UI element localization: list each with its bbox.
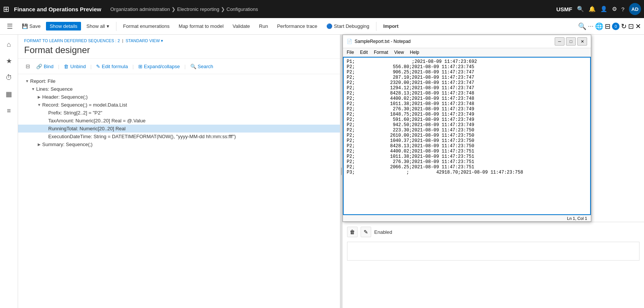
start-debugging-button[interactable]: 🔵 Start Debugging	[323, 22, 373, 30]
sidebar-clock[interactable]: ⏱	[2, 71, 16, 84]
person-icon[interactable]: 👤	[600, 6, 607, 12]
delete-icon-button[interactable]: 🗑	[347, 227, 358, 237]
expand-header-icon[interactable]: ▶	[36, 95, 42, 99]
tree-node-header[interactable]: ▶ Header: Sequence(;)	[18, 93, 340, 101]
notepad-file-icon: 📄	[347, 39, 352, 44]
view-chevron-icon: ▾	[161, 38, 163, 43]
expand-report-icon[interactable]: ▼	[24, 79, 30, 83]
save-icon: 💾	[22, 23, 28, 29]
enabled-section: 🗑 ✎ Enabled	[347, 227, 639, 237]
chevron-down-icon: ▾	[107, 23, 109, 29]
notepad-minimize[interactable]: ─	[555, 37, 564, 46]
tree-node-summary[interactable]: ▶ Summary: Sequence(;)	[18, 140, 340, 148]
more-icon[interactable]: ···	[588, 22, 594, 30]
grid-icon[interactable]: ⊞	[3, 5, 9, 14]
bell-icon[interactable]: 🔔	[589, 6, 596, 12]
search-toolbar-icon[interactable]: 🔍	[578, 22, 586, 30]
expand-summary-icon[interactable]: ▶	[36, 142, 42, 146]
top-bar: ⊞ Finance and Operations Preview Organiz…	[0, 0, 644, 18]
tree-node-report[interactable]: ▼ Report: File	[18, 77, 340, 85]
sidebar-home[interactable]: ⌂	[2, 38, 16, 51]
gear-icon[interactable]: ⚙	[612, 6, 617, 12]
sidebar-calendar[interactable]: ▦	[2, 87, 16, 101]
main-toolbar: ☰ 💾 Save Show details Show all ▾ Format …	[0, 18, 644, 35]
expand-record-icon[interactable]: ▼	[36, 103, 42, 107]
breadcrumb-org[interactable]: Organization administration	[110, 6, 170, 12]
show-all-button[interactable]: Show all ▾	[83, 22, 113, 30]
toolbar-divider-1	[116, 22, 116, 31]
notepad-content[interactable]: P1; ;2021-08-09 11:47:23:692 P2; 556.80;…	[343, 57, 591, 215]
breadcrumb-sep-2: ❯	[221, 6, 225, 12]
tree-node-lines[interactable]: ▼ Lines: Sequence	[18, 85, 340, 93]
sidebar-star[interactable]: ★	[2, 54, 16, 68]
notepad-menu-file[interactable]: File	[347, 50, 354, 55]
filter-icon[interactable]: ⊟	[24, 62, 32, 71]
breadcrumb: Organization administration ❯ Electronic…	[110, 6, 553, 12]
popout-icon[interactable]: ⊡	[628, 22, 634, 30]
notepad-titlebar: 📄 SampleReport.txt - Notepad ─ □ ✕	[343, 35, 591, 48]
refresh-icon[interactable]: ↻	[621, 22, 627, 30]
save-button[interactable]: 💾 Save	[18, 22, 44, 30]
notepad-menu-format[interactable]: Format	[374, 50, 388, 55]
tree-node-prefix[interactable]: Prefix: String[2..2] = "P2"	[18, 109, 340, 117]
top-bar-right: USMF 🔍 🔔 👤 ⚙ ? AD	[556, 3, 641, 15]
import-button[interactable]: Import	[379, 22, 402, 30]
edit-icon-button[interactable]: ✎	[361, 227, 371, 237]
notepad-maximize[interactable]: □	[566, 37, 576, 46]
formula-input[interactable]	[347, 242, 639, 261]
tree-node-lines-label: Lines: Sequence	[36, 86, 73, 92]
format-header: FORMAT TO LEARN DEFERRED SEQUENCES : 2 |…	[18, 35, 340, 59]
avatar[interactable]: AD	[629, 3, 641, 15]
tree-node-taxamount[interactable]: TaxAmount: Numeric[20..20] Real = @.Valu…	[18, 117, 340, 125]
tree-node-record[interactable]: ▼ Record: Sequence(;) = model.Data.List	[18, 101, 340, 109]
notepad-title-text: SampleReport.txt - Notepad	[355, 39, 411, 44]
performance-trace-button[interactable]: Performance trace	[273, 22, 321, 30]
left-sidebar: ⌂ ★ ⏱ ▦ ≡	[0, 35, 18, 308]
help-icon[interactable]: ?	[621, 6, 624, 12]
usmf-label: USMF	[556, 6, 572, 12]
tree-node-executiondatetime[interactable]: ExecutionDateTime: String = DATETIMEFORM…	[18, 133, 340, 140]
format-designer-toolbar: ⊟ 🔗 Bind | 🗑 Unbind | ✎ Edit formula | ⊞…	[18, 59, 340, 74]
breadcrumb-reporting[interactable]: Electronic reporting	[177, 6, 219, 12]
globe-icon[interactable]: 🌐	[595, 22, 603, 30]
tree-node-prefix-label: Prefix: String[2..2] = "P2"	[48, 110, 102, 116]
bottom-properties-panel: 🗑 ✎ Enabled	[343, 222, 644, 308]
bind-button[interactable]: 🔗 Bind	[36, 64, 54, 69]
notepad-menu: File Edit Format View Help	[343, 48, 591, 57]
tree-node-runningtotal[interactable]: RunningTotal: Numeric[20..20] Real	[18, 125, 340, 133]
expand-lines-icon[interactable]: ▼	[30, 87, 36, 91]
app-title: Finance and Operations Preview	[14, 6, 101, 12]
expand-taxamount-icon	[42, 119, 48, 123]
notepad-menu-view[interactable]: View	[394, 50, 404, 55]
search-button[interactable]: 🔍 Search	[190, 64, 213, 69]
expand-prefix-icon	[42, 111, 48, 115]
notepad-controls: ─ □ ✕	[555, 37, 587, 46]
notepad-window: 📄 SampleReport.txt - Notepad ─ □ ✕ File …	[343, 35, 591, 222]
search-icon-tree: 🔍	[190, 64, 196, 69]
close-icon[interactable]: ✕	[635, 22, 641, 30]
notepad-close[interactable]: ✕	[577, 37, 587, 46]
hamburger-icon[interactable]: ☰	[3, 20, 17, 33]
tree-node-header-label: Header: Sequence(;)	[42, 94, 88, 100]
run-button[interactable]: Run	[255, 22, 272, 30]
validate-button[interactable]: Validate	[229, 22, 254, 30]
unbind-button[interactable]: 🗑 Unbind	[64, 64, 86, 69]
map-format-button[interactable]: Map format to model	[175, 22, 227, 30]
format-enumerations-button[interactable]: Format enumerations	[119, 22, 174, 30]
bind-icon: 🔗	[36, 64, 42, 69]
notepad-menu-edit[interactable]: Edit	[360, 50, 368, 55]
breadcrumb-configurations[interactable]: Configurations	[226, 6, 258, 12]
columns-icon[interactable]: ⊟	[605, 22, 610, 30]
expand-collapse-button[interactable]: ⊞ Expand/collapse	[138, 64, 180, 69]
edit-formula-button[interactable]: ✎ Edit formula	[96, 64, 128, 69]
enabled-label: Enabled	[374, 229, 392, 235]
sidebar-list[interactable]: ≡	[2, 104, 16, 117]
notepad-menu-help[interactable]: Help	[410, 50, 419, 55]
standard-view-btn[interactable]: Standard view ▾	[125, 38, 163, 43]
expand-icon: ⊞	[138, 64, 142, 69]
notification-badge: 0	[612, 23, 620, 30]
right-section: 📄 SampleReport.txt - Notepad ─ □ ✕ File …	[343, 35, 644, 308]
toolbar-divider-2	[376, 22, 376, 31]
show-details-button[interactable]: Show details	[46, 22, 81, 30]
search-icon[interactable]: 🔍	[577, 6, 584, 12]
